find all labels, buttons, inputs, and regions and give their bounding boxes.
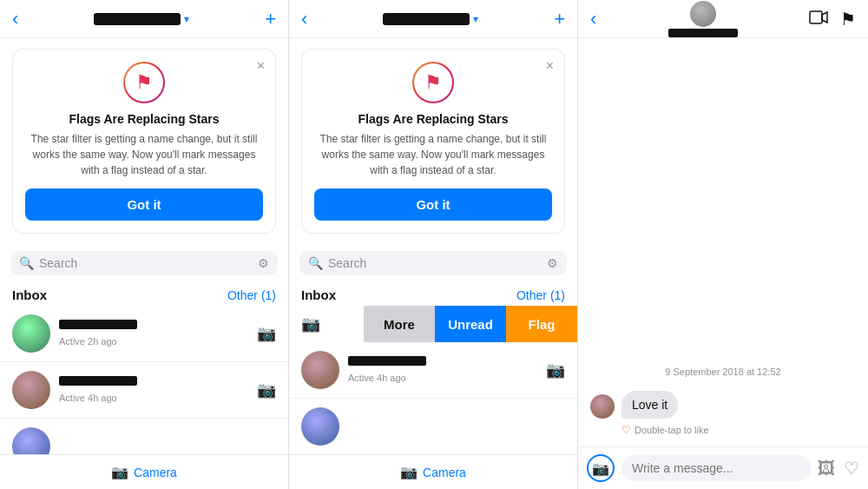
nav-chevron-2: ▾ <box>473 13 478 25</box>
conv-name-1-2 <box>59 376 137 386</box>
chat-input-actions: 🖼 ♡ <box>818 458 859 479</box>
camera-icon-1-1[interactable]: 📷 <box>257 324 276 343</box>
search-placeholder-2: Search <box>328 256 542 270</box>
panel-3: ‹ ⚑ 9 September 2018 at 12:52 Love it ♡ … <box>578 0 868 489</box>
conv-item-2-2[interactable] <box>289 399 577 454</box>
search-icon-2: 🔍 <box>308 256 323 270</box>
bottom-bar-2[interactable]: 📷 Camera <box>289 454 577 489</box>
chat-input-bar: 📷 🖼 ♡ <box>578 446 868 489</box>
avatar-2-2 <box>301 407 339 446</box>
conv-info-2-1: Active 4h ago <box>348 356 537 385</box>
chat-top-nav: ‹ ⚑ <box>578 0 868 38</box>
chat-actions: ⚑ <box>809 9 856 30</box>
conv-item-1-2[interactable]: Active 4h ago 📷 <box>0 362 288 419</box>
notif-title-2: Flags Are Replacing Stars <box>314 112 552 126</box>
chat-back-button[interactable]: ‹ <box>590 8 596 30</box>
conv-info-1-1: Active 2h ago <box>59 320 248 348</box>
notif-icon-wrap-2: ⚑ <box>314 62 552 103</box>
video-icon[interactable] <box>809 9 828 30</box>
conv-info-1-2: Active 4h ago <box>59 376 248 405</box>
like-text: Double-tap to like <box>635 425 709 435</box>
search-placeholder-1: Search <box>39 256 253 270</box>
got-it-button-2[interactable]: Got it <box>314 188 552 221</box>
search-bar-1[interactable]: 🔍 Search ⚙ <box>10 251 278 275</box>
bottom-camera-label-1: Camera <box>134 466 177 479</box>
conv-list-1: Active 2h ago 📷 Active 4h ago 📷 <box>0 306 288 454</box>
avatar-1-1 <box>12 314 50 353</box>
nav-plus-1[interactable]: + <box>265 8 276 30</box>
conv-status-1-1: Active 2h ago <box>59 336 117 347</box>
chat-title-area <box>668 1 738 37</box>
conv-name-1-1 <box>59 320 137 329</box>
notif-close-2[interactable]: × <box>546 58 554 74</box>
got-it-button-1[interactable]: Got it <box>25 188 263 221</box>
inbox-header-2: Inbox Other (1) <box>289 282 577 306</box>
chat-camera-button[interactable]: 📷 <box>587 454 615 482</box>
heart-icon: ♡ <box>621 424 631 436</box>
back-button-2[interactable]: ‹ <box>301 8 307 30</box>
bottom-camera-icon-2: 📷 <box>400 464 418 480</box>
unread-button[interactable]: Unread <box>435 306 506 342</box>
notif-body-1: The star filter is getting a name change… <box>25 131 263 178</box>
flag-icon-2: ⚑ <box>412 62 454 103</box>
chat-date: 9 September 2018 at 12:52 <box>590 367 856 377</box>
avatar-1-2 <box>12 371 50 409</box>
search-bar-2[interactable]: 🔍 Search ⚙ <box>299 251 567 275</box>
chat-body: 9 September 2018 at 12:52 Love it ♡ Doub… <box>578 38 868 446</box>
notif-card-1: × ⚑ Flags Are Replacing Stars The star f… <box>12 49 276 234</box>
conv-name-2-1 <box>348 356 426 366</box>
conv-status-1-2: Active 4h ago <box>59 393 117 403</box>
inbox-label-1: Inbox <box>12 287 47 302</box>
message-input[interactable] <box>621 455 811 481</box>
conv-swipe-row: 📷 More Unread Flag <box>289 306 577 342</box>
top-nav-1: ‹ ▾ + <box>0 0 288 38</box>
nav-chevron-1: ▾ <box>184 13 189 25</box>
notif-body-2: The star filter is getting a name change… <box>314 131 552 178</box>
bottom-camera-label-2: Camera <box>423 466 466 479</box>
filter-icon-1[interactable]: ⚙ <box>258 256 269 270</box>
conv-item-1-1[interactable]: Active 2h ago 📷 <box>0 306 288 362</box>
search-icon-1: 🔍 <box>19 256 34 270</box>
flag-button[interactable]: Flag <box>506 306 577 342</box>
image-icon[interactable]: 🖼 <box>818 459 835 479</box>
notif-close-1[interactable]: × <box>257 58 265 74</box>
svg-marker-1 <box>822 12 827 23</box>
nav-title-bar-1 <box>94 13 181 25</box>
chat-message-row: Love it <box>590 391 856 419</box>
avatar-2-1 <box>301 351 339 389</box>
heart-send-icon[interactable]: ♡ <box>844 458 859 479</box>
inbox-header-1: Inbox Other (1) <box>0 282 288 306</box>
bottom-camera-icon-1: 📷 <box>111 464 128 480</box>
notif-card-2: × ⚑ Flags Are Replacing Stars The star f… <box>301 49 565 234</box>
chat-like-area: ♡ Double-tap to like <box>621 424 856 436</box>
camera-icon-2-1[interactable]: 📷 <box>546 360 565 380</box>
panel-1: ‹ ▾ + × ⚑ Flags Are Replacing Stars The … <box>0 0 289 489</box>
chat-bubble: Love it <box>621 391 678 419</box>
other-link-1[interactable]: Other (1) <box>227 288 276 302</box>
chat-name-bar <box>668 29 738 37</box>
more-button[interactable]: More <box>364 306 435 342</box>
camera-icon-1-2[interactable]: 📷 <box>257 380 276 400</box>
back-button-1[interactable]: ‹ <box>12 8 18 30</box>
svg-rect-0 <box>810 11 822 23</box>
nav-title-area-2: ▾ <box>383 13 478 25</box>
nav-title-area-1: ▾ <box>94 13 189 25</box>
conv-item-2-1[interactable]: Active 4h ago 📷 <box>289 342 577 399</box>
top-nav-2: ‹ ▾ + <box>289 0 577 38</box>
flag-nav-icon[interactable]: ⚑ <box>840 9 856 30</box>
chat-sender-avatar <box>590 394 615 419</box>
camera-icon-swipe[interactable]: 📷 <box>301 314 320 334</box>
filter-icon-2[interactable]: ⚙ <box>547 256 558 270</box>
conv-status-2-1: Active 4h ago <box>348 373 406 383</box>
bottom-bar-1[interactable]: 📷 Camera <box>0 454 288 489</box>
conv-item-1-3[interactable] <box>0 419 288 454</box>
panel-2: ‹ ▾ + × ⚑ Flags Are Replacing Stars The … <box>289 0 578 489</box>
notif-title-1: Flags Are Replacing Stars <box>25 112 263 126</box>
notif-icon-wrap-1: ⚑ <box>25 62 263 103</box>
other-link-2[interactable]: Other (1) <box>516 288 565 302</box>
inbox-label-2: Inbox <box>301 287 336 302</box>
swipe-actions: More Unread Flag <box>364 306 577 342</box>
nav-plus-2[interactable]: + <box>554 8 565 30</box>
nav-title-bar-2 <box>383 13 470 25</box>
flag-icon-1: ⚑ <box>123 62 165 103</box>
